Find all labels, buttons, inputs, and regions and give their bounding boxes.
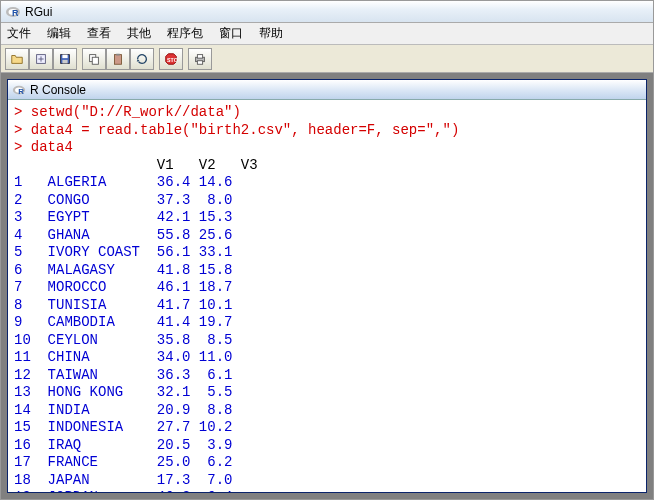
open-button[interactable] [5, 48, 29, 70]
svg-text:R: R [18, 86, 24, 95]
menu-file[interactable]: 文件 [7, 25, 31, 42]
console-titlebar[interactable]: R R Console [8, 80, 646, 100]
console-window: R R Console > setwd("D://R_work//data") … [7, 79, 647, 493]
menu-help[interactable]: 帮助 [259, 25, 283, 42]
svg-rect-8 [92, 57, 98, 64]
toolbar: STOP [1, 45, 653, 73]
rgui-icon: R [5, 4, 21, 20]
menu-windows[interactable]: 窗口 [219, 25, 243, 42]
svg-rect-5 [62, 54, 67, 58]
copy-paste-button[interactable] [130, 48, 154, 70]
save-button[interactable] [53, 48, 77, 70]
svg-text:R: R [12, 8, 19, 18]
svg-rect-9 [115, 54, 122, 64]
app-title: RGui [25, 5, 52, 19]
svg-text:STOP: STOP [167, 56, 178, 62]
menu-misc[interactable]: 其他 [127, 25, 151, 42]
console-body[interactable]: > setwd("D://R_work//data") > data4 = re… [8, 100, 646, 492]
svg-rect-6 [62, 59, 67, 63]
print-button[interactable] [188, 48, 212, 70]
svg-rect-14 [197, 54, 202, 58]
menu-edit[interactable]: 编辑 [47, 25, 71, 42]
menu-packages[interactable]: 程序包 [167, 25, 203, 42]
copy-button[interactable] [82, 48, 106, 70]
menubar: 文件 编辑 查看 其他 程序包 窗口 帮助 [1, 23, 653, 45]
svg-rect-10 [116, 53, 120, 55]
menu-view[interactable]: 查看 [87, 25, 111, 42]
r-console-icon: R [12, 83, 26, 97]
svg-rect-15 [197, 60, 202, 64]
paste-button[interactable] [106, 48, 130, 70]
stop-button[interactable]: STOP [159, 48, 183, 70]
load-workspace-button[interactable] [29, 48, 53, 70]
mdi-area: R R Console > setwd("D://R_work//data") … [1, 73, 653, 499]
main-titlebar: R RGui [1, 1, 653, 23]
console-title: R Console [30, 83, 86, 97]
